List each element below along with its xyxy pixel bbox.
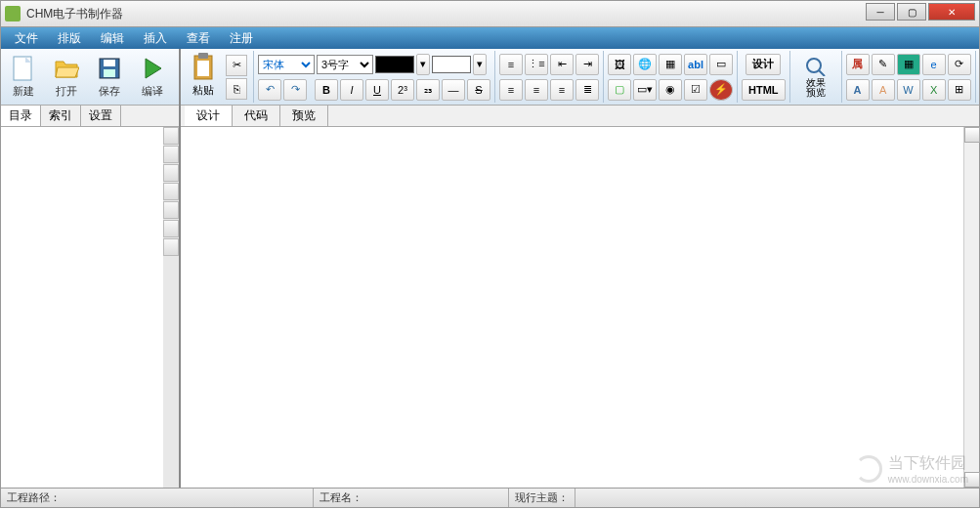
more-button[interactable]: ⊞: [948, 79, 971, 101]
unordered-list-icon: ⋮≡: [528, 58, 544, 70]
svg-rect-5: [198, 53, 208, 59]
insert-textarea-button[interactable]: ▭: [709, 54, 733, 75]
save-button[interactable]: 保存: [89, 52, 130, 103]
svg-point-7: [807, 59, 821, 72]
insert-flash-button[interactable]: ⚡: [709, 79, 733, 101]
scroll-segment[interactable]: [163, 146, 179, 163]
numbered-list-button[interactable]: ≡: [499, 54, 523, 75]
css-button[interactable]: ▦: [897, 54, 920, 75]
css-icon: ▦: [904, 58, 914, 70]
scroll-segment[interactable]: [163, 201, 179, 219]
menu-file[interactable]: 文件: [5, 28, 48, 49]
compile-button[interactable]: 编译: [132, 52, 173, 103]
cut-button[interactable]: ✂: [226, 55, 247, 76]
eyedropper-button[interactable]: ✎: [872, 54, 895, 75]
minimize-button[interactable]: ─: [866, 3, 895, 21]
bg-dropdown[interactable]: ▾: [473, 54, 487, 75]
menu-view[interactable]: 查看: [177, 28, 220, 49]
app-icon: [5, 6, 21, 21]
excel-button[interactable]: X: [922, 79, 946, 101]
menu-insert[interactable]: 插入: [134, 28, 177, 49]
insert-button-button[interactable]: ▢: [608, 79, 631, 101]
html-button[interactable]: HTML: [742, 79, 786, 101]
refresh-icon: ⟳: [955, 58, 963, 70]
hr-button[interactable]: —: [442, 79, 465, 101]
menu-edit[interactable]: 编辑: [91, 28, 134, 49]
size-select[interactable]: 3号字: [317, 55, 373, 74]
main-area: 新建 打开 保存 编译 目录 索引 设置: [0, 49, 980, 489]
outdent-button[interactable]: ⇤: [550, 54, 574, 75]
svg-rect-2: [104, 60, 115, 66]
strike-button[interactable]: S: [467, 79, 490, 101]
checkbox-icon: ☑: [691, 83, 701, 96]
scroll-segment[interactable]: [163, 164, 179, 182]
menu-register[interactable]: 注册: [220, 28, 263, 49]
left-scrollbar[interactable]: [163, 127, 179, 488]
align-right-button[interactable]: ≡: [550, 79, 574, 101]
button-icon: ▢: [615, 83, 624, 96]
insert-radio-button[interactable]: ◉: [659, 79, 682, 101]
tab-preview[interactable]: 预览: [280, 106, 328, 126]
tab-settings[interactable]: 设置: [81, 106, 121, 126]
eyedropper-icon: ✎: [878, 58, 887, 70]
maximize-button[interactable]: ▢: [897, 3, 926, 21]
design-toggle[interactable]: 设计: [746, 54, 781, 75]
word-button[interactable]: W: [897, 79, 920, 101]
clipboard-group: 粘贴 ✂ ⎘: [183, 51, 254, 103]
font-select[interactable]: 宋体: [258, 55, 315, 74]
align-right-icon: ≡: [559, 84, 565, 96]
bold-button[interactable]: B: [315, 79, 338, 101]
undo-icon: ↶: [266, 83, 275, 96]
menu-layout[interactable]: 排版: [48, 28, 91, 49]
insert-label-button[interactable]: abl: [684, 54, 707, 75]
scroll-segment[interactable]: [163, 238, 179, 256]
subscript-button[interactable]: ₂₃: [416, 79, 440, 101]
table-icon: ▦: [665, 58, 675, 70]
outdent-icon: ⇤: [558, 58, 567, 70]
properties-button[interactable]: 属: [846, 54, 870, 75]
new-button[interactable]: 新建: [3, 52, 44, 103]
scroll-segment[interactable]: [163, 220, 179, 237]
status-name: 工程名：: [314, 489, 509, 507]
superscript-button[interactable]: 2³: [391, 79, 414, 101]
tab-code[interactable]: 代码: [233, 106, 280, 126]
tree-area[interactable]: [1, 127, 179, 488]
align-center-button[interactable]: ≡: [525, 79, 548, 101]
font-a-button[interactable]: A: [846, 79, 870, 101]
insert-checkbox-button[interactable]: ☑: [684, 79, 707, 101]
scroll-up-button[interactable]: [163, 127, 179, 145]
flash-icon: ⚡: [714, 83, 728, 96]
tab-design[interactable]: 设计: [185, 106, 233, 126]
open-button[interactable]: 打开: [46, 52, 87, 103]
bullet-list-button[interactable]: ⋮≡: [525, 54, 548, 75]
paste-button[interactable]: 粘贴: [183, 52, 224, 103]
foreground-color[interactable]: [375, 56, 414, 73]
copy-button[interactable]: ⎘: [226, 78, 247, 100]
scroll-segment[interactable]: [163, 183, 179, 200]
tab-index[interactable]: 索引: [41, 106, 81, 126]
italic-button[interactable]: I: [340, 79, 363, 101]
tab-toc[interactable]: 目录: [1, 106, 41, 126]
underline-button[interactable]: U: [365, 79, 389, 101]
ie-button[interactable]: e: [922, 54, 946, 75]
indent-button[interactable]: ⇥: [575, 54, 599, 75]
insert-image-button[interactable]: 🖼: [608, 54, 631, 75]
font-a2-button[interactable]: A: [872, 79, 895, 101]
word-icon: W: [903, 84, 913, 96]
redo-button[interactable]: ↷: [283, 79, 307, 101]
align-left-button[interactable]: ≡: [499, 79, 523, 101]
align-justify-button[interactable]: ≣: [575, 79, 599, 101]
editor-area[interactable]: [181, 127, 979, 488]
fg-dropdown[interactable]: ▾: [416, 54, 430, 75]
refresh-button[interactable]: ⟳: [948, 54, 971, 75]
close-button[interactable]: ✕: [928, 3, 975, 21]
undo-button[interactable]: ↶: [258, 79, 281, 101]
insert-select-button[interactable]: ▭▾: [633, 79, 657, 101]
insert-table-button[interactable]: ▦: [659, 54, 682, 75]
editor-scrollbar[interactable]: [963, 127, 979, 488]
tools-group: 属 ✎ ▦ e ⟳ A A W X ⊞: [842, 51, 976, 103]
preview-button[interactable]: 效果预览: [794, 52, 837, 103]
insert-link-button[interactable]: 🌐: [633, 54, 657, 75]
new-file-icon: [10, 55, 37, 82]
background-color[interactable]: [432, 56, 471, 73]
